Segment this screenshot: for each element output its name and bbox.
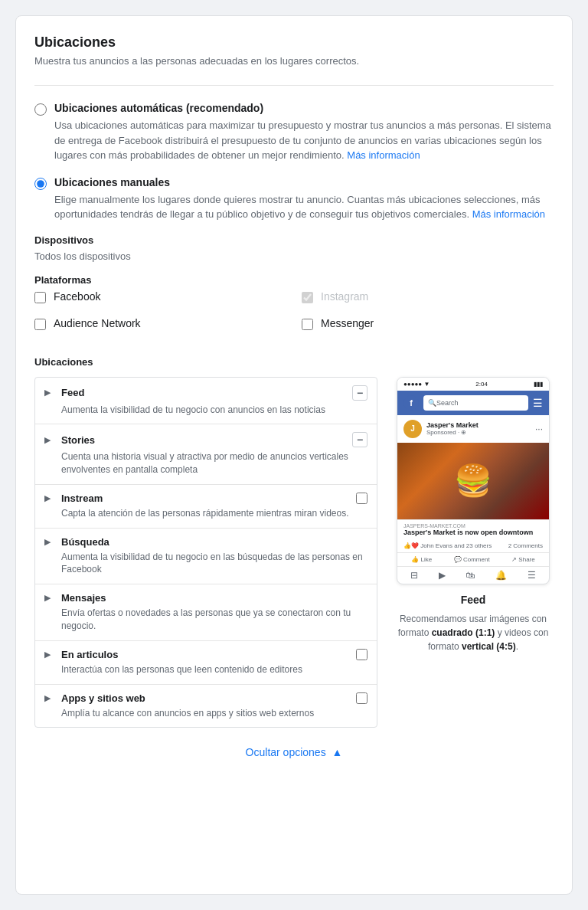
post-more-icon[interactable]: ··· [535, 424, 543, 434]
ubicaciones-layout: ▶ Feed − Aumenta la visibilidad de tu ne… [34, 377, 554, 728]
messenger-label[interactable]: Messenger [321, 317, 374, 329]
instream-checkbox[interactable] [356, 493, 368, 504]
phone-menu-icon: ☰ [533, 397, 543, 409]
en-articulos-chevron-icon[interactable]: ▶ [44, 650, 55, 660]
mensajes-chevron-icon[interactable]: ▶ [44, 593, 55, 603]
platform-facebook[interactable]: Facebook [34, 290, 286, 303]
apps-sitios-header-left: ▶ Apps y sitios web [44, 692, 145, 704]
burger-image: 🍔 [397, 443, 549, 519]
audience-network-checkbox[interactable] [34, 319, 46, 330]
facebook-label[interactable]: Facebook [54, 290, 100, 303]
like-action[interactable]: 👍 Like [411, 556, 432, 563]
menu-nav-icon[interactable]: ☰ [528, 570, 536, 581]
stories-minus-button[interactable]: − [352, 432, 368, 447]
feed-chevron-icon[interactable]: ▶ [44, 388, 55, 398]
automatic-option[interactable]: Ubicaciones automáticas (recomendado) Us… [34, 101, 554, 163]
automatic-desc: Usa ubicaciones automáticas para maximiz… [54, 118, 554, 163]
devices-label: Dispositivos [34, 234, 554, 246]
comments-text: 2 Comments [508, 542, 543, 549]
platform-messenger[interactable]: Messenger [302, 317, 554, 330]
busqueda-name: Búsqueda [61, 536, 109, 548]
platform-instagram[interactable]: Instagram [302, 290, 554, 303]
facebook-checkbox[interactable] [34, 292, 46, 303]
busqueda-chevron-icon[interactable]: ▶ [44, 537, 55, 547]
busqueda-header-left: ▶ Búsqueda [44, 536, 109, 548]
phone-battery: ▮▮▮ [534, 381, 543, 388]
en-articulos-header: ▶ En articulos [44, 649, 368, 660]
platform-audience-network[interactable]: Audience Network [34, 317, 286, 330]
stories-chevron-icon[interactable]: ▶ [44, 435, 55, 445]
video-nav-icon[interactable]: ▶ [439, 570, 446, 581]
busqueda-header: ▶ Búsqueda [44, 536, 368, 548]
comment-action[interactable]: 💬 Comment [454, 556, 490, 563]
post-link-url: JASPERS-MARKET.COM [403, 523, 543, 529]
mensajes-name: Mensajes [61, 592, 106, 604]
en-articulos-checkbox[interactable] [356, 649, 368, 660]
phone-time: ●●●●● ▼ [403, 381, 430, 388]
preview-desc: Recomendamos usar imágenes con formato c… [393, 612, 554, 653]
audience-network-label[interactable]: Audience Network [54, 317, 141, 329]
stories-header-left: ▶ Stories [44, 434, 95, 446]
manual-desc: Elige manualmente los lugares donde quie… [54, 192, 554, 222]
en-articulos-name: En articulos [61, 649, 118, 660]
manual-more-link[interactable]: Más información [472, 208, 545, 220]
post-header: J Jasper's Market Sponsored · ⊕ ··· [397, 415, 549, 443]
stories-name: Stories [61, 434, 95, 446]
instream-name: Instream [61, 493, 103, 504]
instream-chevron-icon[interactable]: ▶ [44, 493, 55, 503]
instagram-label[interactable]: Instagram [321, 290, 368, 303]
automatic-more-link[interactable]: Más información [347, 149, 420, 161]
post-sponsored: Sponsored · ⊕ [426, 429, 531, 436]
marketplace-nav-icon[interactable]: 🛍 [466, 570, 475, 581]
section-header: Ubicaciones Muestra tus anuncios a las p… [34, 34, 554, 67]
post-name: Jasper's Market [426, 421, 531, 429]
home-nav-icon[interactable]: ⊟ [410, 570, 418, 581]
messenger-checkbox[interactable] [302, 319, 313, 330]
ubicacion-mensajes: ▶ Mensajes Envía ofertas o novedades a l… [35, 584, 377, 641]
manual-option[interactable]: Ubicaciones manuales Elige manualmente l… [34, 175, 554, 222]
share-action[interactable]: ↗ Share [511, 556, 535, 563]
automatic-content: Ubicaciones automáticas (recomendado) Us… [54, 101, 554, 163]
post-avatar: J [403, 420, 422, 438]
chevron-up-icon: ▲ [332, 746, 343, 758]
preview-title: Feed [461, 594, 486, 606]
manual-label[interactable]: Ubicaciones manuales [54, 176, 170, 188]
feed-desc: Aumenta la visibilidad de tu negocio con… [61, 404, 368, 417]
en-articulos-header-left: ▶ En articulos [44, 649, 118, 660]
apps-sitios-header: ▶ Apps y sitios web [44, 692, 368, 704]
page-title: Ubicaciones [34, 34, 554, 51]
ubicaciones-list: ▶ Feed − Aumenta la visibilidad de tu ne… [34, 377, 377, 728]
phone-status-bar: ●●●●● ▼ 2:04 ▮▮▮ [397, 378, 549, 391]
apps-sitios-desc: Amplía tu alcance con anuncios en apps y… [61, 707, 368, 720]
feed-minus-button[interactable]: − [352, 385, 368, 401]
ubicacion-apps-sitios: ▶ Apps y sitios web Amplía tu alcance co… [35, 685, 377, 728]
mensajes-header: ▶ Mensajes [44, 592, 368, 604]
burger-emoji: 🍔 [454, 463, 492, 499]
busqueda-desc: Aumenta la visibilidad de tu negocio en … [61, 551, 368, 577]
manual-radio[interactable] [34, 178, 47, 190]
devices-section: Dispositivos Todos los dispositivos [34, 234, 554, 262]
reactions-text: 👍❤️ John Evans and 23 others [403, 542, 492, 549]
search-icon: 🔍 [428, 399, 436, 407]
manual-content: Ubicaciones manuales Elige manualmente l… [54, 175, 554, 222]
post-link-preview: JASPERS-MARKET.COM Jasper's Market is no… [397, 519, 549, 539]
platforms-section: Plataformas Facebook Instagram Audience … [34, 274, 554, 341]
ubicacion-en-articulos: ▶ En articulos Interactúa con las person… [35, 641, 377, 685]
apps-sitios-checkbox[interactable] [356, 692, 368, 704]
instream-desc: Capta la atención de las personas rápida… [61, 507, 368, 520]
instagram-checkbox[interactable] [302, 292, 313, 303]
automatic-radio[interactable] [34, 103, 47, 116]
ubicacion-stories: ▶ Stories − Cuenta una historia visual y… [35, 424, 377, 485]
apps-sitios-chevron-icon[interactable]: ▶ [44, 693, 55, 703]
ubicacion-instream: ▶ Instream Capta la atención de las pers… [35, 485, 377, 529]
feed-name: Feed [61, 387, 84, 398]
main-card: Ubicaciones Muestra tus anuncios a las p… [15, 15, 573, 895]
automatic-label[interactable]: Ubicaciones automáticas (recomendado) [54, 102, 263, 114]
feed-header-left: ▶ Feed [44, 387, 84, 398]
bottom-nav: ⊟ ▶ 🛍 🔔 ☰ [397, 567, 549, 584]
hide-options-link[interactable]: Ocultar opciones ▲ [34, 746, 554, 758]
platforms-grid: Facebook Instagram Audience Network Mess… [34, 290, 554, 341]
mensajes-desc: Envía ofertas o novedades a las personas… [61, 607, 368, 633]
ubicaciones-label: Ubicaciones [34, 356, 554, 368]
bell-nav-icon[interactable]: 🔔 [495, 570, 507, 581]
